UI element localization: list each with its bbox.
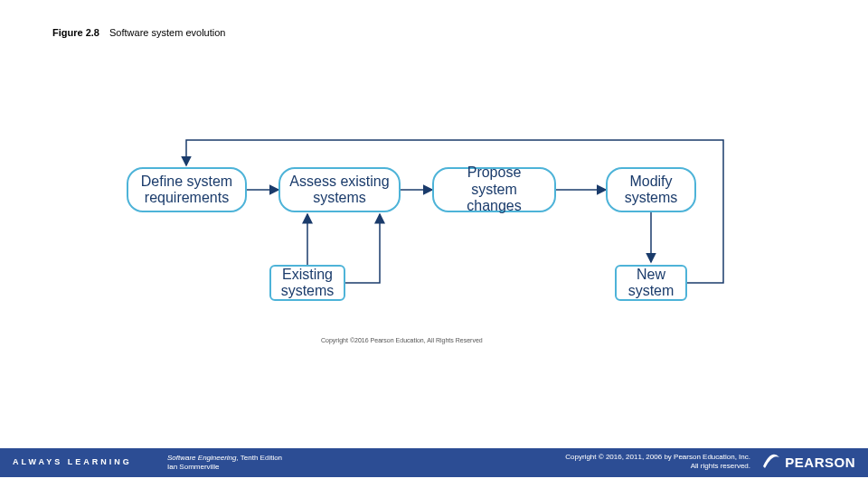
diagram-copyright: Copyright ©2016 Pearson Education, All R… (321, 337, 483, 343)
pearson-logo: PEARSON (761, 452, 855, 472)
copyright-line-1: Copyright © 2016, 2011, 2006 by Pearson … (565, 453, 750, 462)
pearson-swoosh-icon (761, 452, 781, 472)
figure-title: Software system evolution (109, 27, 225, 38)
node-new-system: Newsystem (615, 265, 687, 301)
pearson-brand-text: PEARSON (785, 455, 855, 470)
node-label: Propose systemchanges (443, 164, 545, 214)
node-define-system-requirements: Define systemrequirements (127, 167, 247, 212)
slide: Figure 2.8 Software system evolution Def (0, 0, 868, 488)
node-label: Newsystem (628, 267, 675, 300)
figure-caption: Figure 2.8 Software system evolution (52, 27, 225, 38)
figure-number: Figure 2.8 (52, 27, 99, 38)
flow-diagram: Define systemrequirements Assess existin… (127, 140, 760, 348)
book-citation: Software Engineering, Tenth Edition Ian … (167, 454, 282, 473)
node-label: Define systemrequirements (141, 174, 232, 207)
book-title: Software Engineering (167, 454, 237, 462)
copyright-line-2: All rights reserved. (565, 462, 750, 471)
always-learning-text: ALWAYS LEARNING (13, 457, 132, 466)
node-label: Assess existingsystems (289, 174, 389, 207)
book-edition: , Tenth Edition (237, 454, 283, 462)
node-assess-existing-systems: Assess existingsystems (278, 167, 401, 212)
footer-bar: ALWAYS LEARNING Software Engineering, Te… (0, 448, 868, 477)
node-propose-system-changes: Propose systemchanges (432, 167, 556, 212)
node-modify-systems: Modifysystems (606, 167, 696, 212)
node-label: Modifysystems (625, 174, 678, 207)
footer-copyright: Copyright © 2016, 2011, 2006 by Pearson … (565, 453, 750, 472)
node-label: Existingsystems (281, 267, 335, 300)
node-existing-systems: Existingsystems (269, 265, 345, 301)
book-author: Ian Sommerville (167, 463, 282, 472)
